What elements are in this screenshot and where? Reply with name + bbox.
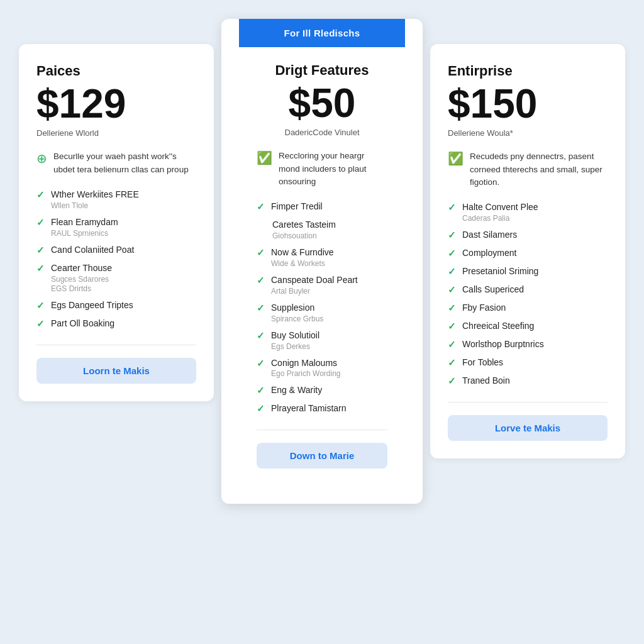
check-icon: ✓ [257, 385, 265, 396]
right-feature-list: ✓ Halte Convent Plee Caderas Palia ✓ Das… [448, 201, 608, 387]
list-item: ✓ Buy Solutioil Egs Derkes [257, 330, 387, 351]
list-item: ✓ Conign Maloums Ego Prarich Wording [257, 357, 387, 379]
center-feature-list: ✓ Fimper Tredil Caretes Tasteim Giohsoua… [257, 201, 387, 414]
feature-sub: RAUL Sprnienics [51, 229, 118, 238]
feature-label: Fby Fasion [462, 302, 506, 314]
check-icon: ✓ [36, 245, 45, 256]
right-divider [448, 402, 608, 402]
list-item: ✓ Traned Boin [448, 375, 608, 387]
right-pricing-card: Entirprise $150 Delleriene Woula* ✅ Recu… [430, 44, 625, 458]
feature-label: Worlsthop Burptnrics [462, 338, 544, 350]
feature-label: Supplesion [271, 302, 323, 314]
feature-label: Flean Eramydam [51, 216, 118, 228]
feature-sub: Egs Derkes [271, 342, 319, 351]
feature-label: Dast Silamers [462, 229, 517, 241]
left-plan-sub: Delleriene Wlorld [36, 128, 196, 138]
list-item: ✓ Flean Eramydam RAUL Sprnienics [36, 216, 196, 238]
feature-label: Now & Furndive [271, 247, 334, 258]
feature-label: Egs Dangeed Triptes [51, 299, 133, 311]
check-icon: ✓ [257, 403, 265, 414]
feature-label: Comployment [462, 247, 516, 259]
check-icon: ✓ [257, 275, 265, 286]
feature-label: For Tobles [462, 357, 503, 369]
feature-label: Eng & Warity [271, 384, 322, 396]
feature-label: Conign Maloums [271, 357, 341, 369]
feature-label: Wther Werkiites FREE [51, 189, 139, 201]
right-cta-button[interactable]: Lorve te Makis [448, 415, 608, 441]
feature-label: Caretes Tasteim [272, 219, 336, 231]
check-icon: ✓ [448, 248, 456, 259]
right-plan-title: Entirprise [448, 63, 608, 79]
list-item: ✓ Halte Convent Plee Caderas Palia [448, 201, 608, 223]
center-pricing-card: For Ill Rledischs Drigt Features $50 Dad… [221, 19, 423, 504]
list-item: ✓ Chreeical Steefing [448, 320, 608, 332]
right-plan-sub: Delleriene Woula* [448, 128, 608, 138]
feature-label: Canspeate Doal Peart [271, 274, 358, 286]
list-item: ✓ Dast Silamers [448, 229, 608, 241]
list-item: ✓ Now & Furndive Wide & Workets [257, 247, 387, 268]
feature-sub: Giohsouation [272, 231, 336, 240]
list-item: ✓ Presetaniol Sriming [448, 265, 608, 277]
feature-label: Cearter Thouse [51, 262, 112, 274]
page-wrapper: Paices $129 Delleriene Wlorld ⊕ Becurlle… [0, 0, 644, 644]
check-icon: ✓ [36, 189, 45, 201]
list-item: ✓ For Tobles [448, 357, 608, 369]
feature-sub: Artal Buyler [271, 287, 358, 296]
check-icon: ✓ [36, 318, 45, 330]
feature-sub: Caderas Palia [462, 214, 538, 223]
check-icon: ✓ [448, 230, 456, 241]
feature-label: Fimper Tredil [271, 201, 323, 213]
left-divider [36, 345, 196, 345]
feature-label: Buy Solutioil [271, 330, 319, 341]
check-icon: ✓ [448, 339, 456, 350]
feature-label: Traned Boin [462, 375, 510, 387]
feature-sub: Ego Prarich Wording [271, 369, 341, 378]
left-plan-price: $129 [36, 82, 196, 126]
center-cta-button[interactable]: Down to Marie [257, 443, 387, 469]
check-icon: ✓ [257, 330, 265, 341]
center-highlight-block: ✅ Reccloring your heargr mond includers … [257, 150, 387, 188]
left-cta-button[interactable]: Loorn te Makis [36, 358, 196, 384]
center-highlight-text: Reccloring your heargr mond includers to… [279, 150, 387, 188]
feature-label: Calls Supericed [462, 284, 524, 296]
check-icon: ✓ [36, 217, 45, 228]
feature-label: Cand Colaniited Poat [51, 244, 134, 256]
check-icon: ✓ [257, 358, 265, 369]
list-item: ✓ Fimper Tredil [257, 201, 387, 213]
list-item: ✓ Supplesion Spirance Grbus [257, 302, 387, 323]
check-icon: ✓ [36, 300, 45, 311]
check-icon: ✓ [448, 202, 456, 213]
feature-sub: Sugces Sdarores [51, 275, 112, 284]
checkmark-circle-icon: ✅ [448, 151, 464, 166]
check-icon: ✓ [448, 321, 456, 332]
feature-label: Presetaniol Sriming [462, 265, 538, 277]
list-item: Caretes Tasteim Giohsouation [257, 219, 387, 240]
list-item: ✓ Comployment [448, 247, 608, 259]
feature-sub: Wide & Workets [271, 259, 334, 268]
right-plan-price: $150 [448, 82, 608, 126]
feature-label: Part Oll Boaking [51, 318, 114, 330]
center-plan-title: Drigt Features [257, 62, 387, 79]
feature-sub: Wllen Tlole [51, 201, 139, 210]
list-item: ✓ Part Oll Boaking [36, 318, 196, 330]
feature-label: Chreeical Steefing [462, 320, 534, 332]
left-highlight-block: ⊕ Becurlle your waeh pasht work''s ubdet… [36, 150, 196, 176]
feature-label: Plrayeral Tamistarn [271, 402, 347, 414]
check-icon: ✓ [257, 201, 265, 213]
right-highlight-text: Recudeds pny dennectrs, pasent corneed t… [470, 150, 608, 189]
list-item: ✓ Wther Werkiites FREE Wllen Tlole [36, 189, 196, 210]
check-icon: ✓ [448, 284, 456, 296]
left-pricing-card: Paices $129 Delleriene Wlorld ⊕ Becurlle… [19, 44, 214, 401]
check-icon: ✓ [257, 303, 265, 314]
right-highlight-block: ✅ Recudeds pny dennectrs, pasent corneed… [448, 150, 608, 189]
feature-sub: EGS Drirtds [51, 284, 112, 293]
list-item: ✓ Canspeate Doal Peart Artal Buyler [257, 274, 387, 296]
check-icon: ✓ [448, 357, 456, 369]
center-card-body: Drigt Features $50 DadericCode Vinulet ✅… [239, 47, 405, 486]
list-item: ✓ Worlsthop Burptnrics [448, 338, 608, 350]
pricing-grid: Paices $129 Delleriene Wlorld ⊕ Becurlle… [14, 19, 630, 504]
list-item: ✓ Cand Colaniited Poat [36, 244, 196, 256]
check-icon: ✓ [36, 263, 45, 274]
checkmark-circle-icon: ✅ [257, 150, 272, 165]
check-icon: ✓ [448, 303, 456, 314]
